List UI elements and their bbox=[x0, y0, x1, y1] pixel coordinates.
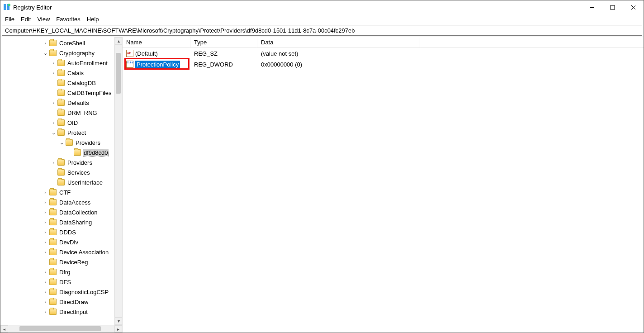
scroll-up-icon[interactable]: ▴ bbox=[115, 37, 122, 45]
menu-file[interactable]: File bbox=[2, 15, 17, 24]
chevron-right-icon[interactable]: › bbox=[42, 200, 48, 205]
column-type[interactable]: Type bbox=[190, 37, 257, 48]
chevron-right-icon[interactable]: › bbox=[50, 100, 57, 105]
tree-item-dfrg[interactable]: ›Dfrg bbox=[1, 267, 122, 277]
column-name[interactable]: Name bbox=[123, 37, 190, 48]
tree-item-label: CatDBTempFiles bbox=[67, 90, 112, 96]
close-button[interactable] bbox=[623, 0, 644, 14]
folder-icon bbox=[57, 169, 65, 176]
tree-item-label: UserInterface bbox=[67, 179, 103, 186]
tree-item-cryptography[interactable]: ⌄Cryptography bbox=[1, 48, 122, 58]
scroll-thumb[interactable] bbox=[116, 53, 121, 94]
list-header: Name Type Data bbox=[123, 37, 644, 48]
chevron-right-icon[interactable]: › bbox=[42, 289, 48, 295]
tree-item-device-association[interactable]: ›Device Association bbox=[1, 247, 122, 257]
tree-item-devdiv[interactable]: ›DevDiv bbox=[1, 237, 122, 247]
scroll-thumb[interactable] bbox=[19, 326, 101, 331]
tree-item-df9d8cd0[interactable]: df9d8cd0 bbox=[1, 147, 122, 157]
scroll-right-icon[interactable]: ▸ bbox=[114, 325, 122, 333]
registry-tree[interactable]: ›CoreShell⌄Cryptography›AutoEnrollment›C… bbox=[0, 37, 122, 325]
chevron-right-icon[interactable]: › bbox=[42, 219, 48, 225]
tree-item-providers[interactable]: ⌄Providers bbox=[1, 138, 122, 147]
folder-icon bbox=[49, 40, 57, 46]
chevron-right-icon[interactable]: › bbox=[42, 249, 48, 255]
tree-item-label: Services bbox=[67, 169, 90, 176]
folder-icon bbox=[49, 189, 57, 195]
tree-item-directinput[interactable]: ›DirectInput bbox=[1, 307, 122, 317]
reg-binary-icon bbox=[126, 61, 133, 68]
tree-item-diagnosticlogcsp[interactable]: ›DiagnosticLogCSP bbox=[1, 287, 122, 297]
tree-item-datacollection[interactable]: ›DataCollection bbox=[1, 207, 122, 217]
folder-icon bbox=[57, 80, 65, 86]
menu-view[interactable]: View bbox=[34, 15, 52, 24]
tree-item-calais[interactable]: ›Calais bbox=[1, 68, 122, 78]
chevron-right-icon[interactable]: › bbox=[42, 279, 48, 285]
tree-item-label: CatalogDB bbox=[67, 80, 96, 86]
tree-item-providers[interactable]: ›Providers bbox=[1, 157, 122, 167]
tree-item-dfs[interactable]: ›DFS bbox=[1, 277, 122, 287]
value-type: REG_SZ bbox=[190, 50, 257, 57]
tree-item-autoenrollment[interactable]: ›AutoEnrollment bbox=[1, 58, 122, 68]
tree-item-oid[interactable]: ›OID bbox=[1, 118, 122, 128]
tree-item-label: Providers bbox=[75, 139, 101, 146]
chevron-right-icon[interactable]: › bbox=[42, 269, 48, 275]
folder-icon bbox=[49, 50, 57, 56]
chevron-down-icon[interactable]: ⌄ bbox=[50, 130, 57, 136]
tree-item-dataaccess[interactable]: ›DataAccess bbox=[1, 197, 122, 207]
tree-item-label: DeviceReg bbox=[59, 259, 89, 266]
chevron-right-icon[interactable]: › bbox=[50, 70, 57, 76]
maximize-button[interactable] bbox=[602, 0, 623, 14]
value-row--default-[interactable]: (Default)REG_SZ(value not set) bbox=[123, 48, 644, 59]
folder-icon bbox=[49, 309, 57, 315]
tree-item-defaults[interactable]: ›Defaults bbox=[1, 98, 122, 108]
scroll-down-icon[interactable]: ▾ bbox=[115, 317, 122, 325]
chevron-right-icon[interactable]: › bbox=[42, 239, 48, 245]
tree-item-services[interactable]: Services bbox=[1, 167, 122, 177]
menu-help[interactable]: Help bbox=[84, 15, 102, 24]
reg-string-icon bbox=[126, 50, 133, 57]
chevron-right-icon[interactable]: › bbox=[50, 160, 57, 165]
tree-item-label: df9d8cd0 bbox=[83, 149, 109, 156]
chevron-right-icon[interactable]: › bbox=[42, 40, 48, 46]
tree-item-ctf[interactable]: ›CTF bbox=[1, 187, 122, 197]
tree-item-directdraw[interactable]: ›DirectDraw bbox=[1, 297, 122, 307]
tree-item-devicereg[interactable]: DeviceReg bbox=[1, 257, 122, 267]
tree-item-catdbtempfiles[interactable]: CatDBTempFiles bbox=[1, 88, 122, 98]
chevron-right-icon[interactable]: › bbox=[42, 299, 48, 304]
values-list[interactable]: (Default)REG_SZ(value not set)Protection… bbox=[123, 48, 644, 333]
folder-icon bbox=[49, 299, 57, 305]
folder-icon bbox=[57, 90, 65, 96]
menu-favorites[interactable]: Favorites bbox=[53, 15, 83, 24]
tree-item-label: Device Association bbox=[59, 249, 109, 256]
value-row-protectionpolicy[interactable]: ProtectionPolicyREG_DWORD0x00000000 (0) bbox=[123, 59, 644, 70]
scroll-left-icon[interactable]: ◂ bbox=[0, 325, 8, 333]
chevron-right-icon[interactable]: › bbox=[50, 60, 57, 66]
chevron-right-icon[interactable]: › bbox=[50, 120, 57, 125]
chevron-down-icon[interactable]: ⌄ bbox=[42, 50, 48, 56]
tree-item-label: DirectInput bbox=[59, 309, 88, 315]
tree-item-label: DataAccess bbox=[59, 199, 91, 206]
menu-edit[interactable]: Edit bbox=[18, 15, 33, 24]
tree-item-userinterface[interactable]: UserInterface bbox=[1, 177, 122, 187]
tree-item-drm-rng[interactable]: DRM_RNG bbox=[1, 108, 122, 118]
svg-point-4 bbox=[8, 4, 10, 6]
minimize-button[interactable] bbox=[581, 0, 602, 14]
tree-item-ddds[interactable]: ›DDDS bbox=[1, 227, 122, 237]
tree-horizontal-scrollbar[interactable]: ◂ ▸ bbox=[0, 325, 122, 333]
column-data[interactable]: Data bbox=[257, 37, 420, 48]
chevron-right-icon[interactable]: › bbox=[42, 190, 48, 195]
tree-item-label: Protect bbox=[67, 129, 86, 136]
tree-item-protect[interactable]: ⌄Protect bbox=[1, 128, 122, 138]
tree-vertical-scrollbar[interactable]: ▴ ▾ bbox=[114, 37, 122, 325]
folder-icon bbox=[49, 259, 57, 265]
chevron-down-icon[interactable]: ⌄ bbox=[58, 140, 65, 146]
tree-item-datasharing[interactable]: ›DataSharing bbox=[1, 217, 122, 227]
tree-item-catalogdb[interactable]: CatalogDB bbox=[1, 78, 122, 88]
chevron-right-icon[interactable]: › bbox=[42, 229, 48, 235]
tree-item-coreshell[interactable]: ›CoreShell bbox=[1, 38, 122, 48]
folder-icon bbox=[57, 129, 65, 136]
chevron-right-icon[interactable]: › bbox=[42, 309, 48, 314]
chevron-right-icon[interactable]: › bbox=[42, 209, 48, 215]
address-bar[interactable]: Computer\HKEY_LOCAL_MACHINE\SOFTWARE\Mic… bbox=[2, 25, 642, 36]
folder-icon bbox=[57, 119, 65, 126]
